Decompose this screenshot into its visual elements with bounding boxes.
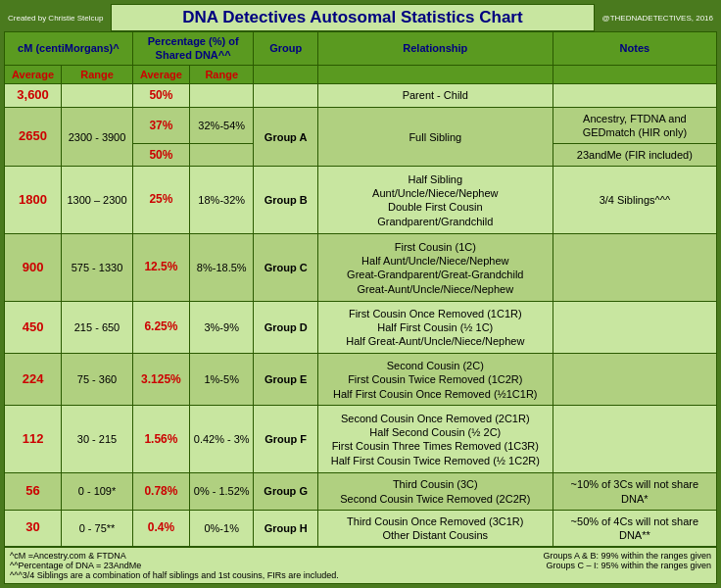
footer-line1: ^cM =Ancestry.com & FTDNA <box>10 551 360 561</box>
notes <box>553 406 716 473</box>
notes-extra: 23andMe (FIR included) <box>553 144 716 167</box>
subheader-notes-empty <box>553 65 716 83</box>
cm-avg: 1800 <box>5 167 62 234</box>
pct-range <box>190 83 254 107</box>
group: Group E <box>254 354 317 406</box>
pct-avg: 37% <box>132 108 189 144</box>
relationship: First Cousin Once Removed (1C1R)Half Fir… <box>317 302 553 354</box>
notes <box>553 302 716 354</box>
table-row: 1800 1300 – 2300 25% 18%-32% Group B Hal… <box>5 167 717 234</box>
cm-range: 2300 - 3900 <box>62 108 133 167</box>
cm-avg: 450 <box>5 302 62 354</box>
pct-range-extra <box>190 144 254 167</box>
cm-avg: 2650 <box>5 108 62 167</box>
pct-range: 0.42% - 3% <box>190 406 254 473</box>
group: Group A <box>254 108 317 167</box>
group: Group B <box>254 167 317 234</box>
cm-range: 215 - 650 <box>62 302 133 354</box>
header-row: cM (centiMorgans)^ Percentage (%) of Sha… <box>5 32 717 66</box>
relationship: Parent - Child <box>317 83 553 107</box>
pct-avg: 3.125% <box>132 354 189 406</box>
relationship: Second Cousin (2C)First Cousin Twice Rem… <box>317 354 553 406</box>
notes <box>553 234 716 302</box>
pct-range: 8%-18.5% <box>190 234 254 302</box>
pct-avg: 6.25% <box>132 302 189 354</box>
cm-range: 0 - 109* <box>62 473 133 510</box>
pct-avg: 12.5% <box>132 234 189 302</box>
title-row: Created by Christie Stelcup DNA Detectiv… <box>4 4 717 31</box>
credit-right: @THEDNADETECTIVES, 2016 <box>599 13 717 24</box>
notes: Ancestry, FTDNA and GEDmatch (HIR only) <box>553 108 716 144</box>
footer-line2: ^^Percentage of DNA = 23AndMe <box>10 561 360 570</box>
footer-left: ^cM =Ancestry.com & FTDNA ^^Percentage o… <box>10 551 360 580</box>
cm-range: 30 - 215 <box>62 406 133 473</box>
footer-line3: ^^^3/4 Siblings are a combination of hal… <box>10 570 360 580</box>
cm-avg: 900 <box>5 234 62 302</box>
cm-range: 575 - 1330 <box>62 234 133 302</box>
notes: ~50% of 4Cs will not share DNA** <box>553 510 716 546</box>
group: Group H <box>254 510 317 546</box>
group: Group C <box>254 234 317 302</box>
cm-avg: 3,600 <box>5 83 62 107</box>
pct-range: 1%-5% <box>190 354 254 406</box>
table-row: 56 0 - 109* 0.78% 0% - 1.52% Group G Thi… <box>5 473 717 510</box>
cm-range: 0 - 75** <box>62 510 133 546</box>
group <box>254 83 317 107</box>
table-row: 450 215 - 650 6.25% 3%-9% Group D First … <box>5 302 717 354</box>
relationship: Full Sibling <box>317 108 553 167</box>
subheader-avg2: Average <box>132 65 189 83</box>
relationship: Second Cousin Once Removed (2C1R)Half Se… <box>317 406 553 473</box>
group: Group F <box>254 406 317 473</box>
notes <box>553 354 716 406</box>
footer-right: Groups A & B: 99% within the ranges give… <box>360 551 711 580</box>
relationship: Third Cousin Once Removed (3C1R)Other Di… <box>317 510 553 546</box>
table-row: 900 575 - 1330 12.5% 8%-18.5% Group C Fi… <box>5 234 717 302</box>
table-row: 2650 2300 - 3900 37% 32%-54% Group A Ful… <box>5 108 717 144</box>
pct-range: 0% - 1.52% <box>190 473 254 510</box>
cm-range <box>62 83 133 107</box>
header-group: Group <box>254 32 317 66</box>
credit-left: Created by Christie Stelcup <box>4 13 107 24</box>
cm-avg: 56 <box>5 473 62 510</box>
header-notes: Notes <box>553 32 716 66</box>
pct-avg: 1.56% <box>132 406 189 473</box>
subheader-range2: Range <box>190 65 254 83</box>
pct-avg: 0.4% <box>132 510 189 546</box>
relationship: First Cousin (1C)Half Aunt/Uncle/Niece/N… <box>317 234 553 302</box>
group: Group G <box>254 473 317 510</box>
header-relationship: Relationship <box>317 32 553 66</box>
cm-range: 1300 – 2300 <box>62 167 133 234</box>
group: Group D <box>254 302 317 354</box>
notes <box>553 83 716 107</box>
cm-range: 75 - 360 <box>62 354 133 406</box>
subheader-avg: Average <box>5 65 62 83</box>
pct-avg: 0.78% <box>132 473 189 510</box>
footer-line5: Groups C – I: 95% within the ranges give… <box>360 561 711 570</box>
pct-range: 3%-9% <box>190 302 254 354</box>
cm-avg: 112 <box>5 406 62 473</box>
pct-avg-extra: 50% <box>132 144 189 167</box>
pct-range: 32%-54% <box>190 108 254 144</box>
cm-avg: 30 <box>5 510 62 546</box>
statistics-table: cM (centiMorgans)^ Percentage (%) of Sha… <box>4 31 717 547</box>
footer-inner: ^cM =Ancestry.com & FTDNA ^^Percentage o… <box>10 551 711 580</box>
pct-avg: 25% <box>132 167 189 234</box>
pct-range: 0%-1% <box>190 510 254 546</box>
relationship: Third Cousin (3C)Second Cousin Twice Rem… <box>317 473 553 510</box>
table-row: 224 75 - 360 3.125% 1%-5% Group E Second… <box>5 354 717 406</box>
page-wrapper: Created by Christie Stelcup DNA Detectiv… <box>0 0 721 588</box>
header-pct: Percentage (%) of Shared DNA^^ <box>132 32 254 66</box>
table-row: 112 30 - 215 1.56% 0.42% - 3% Group F Se… <box>5 406 717 473</box>
cm-avg: 224 <box>5 354 62 406</box>
header-cm: cM (centiMorgans)^ <box>5 32 133 66</box>
main-title: DNA Detectives Autosomal Statistics Char… <box>111 4 594 31</box>
notes: ~10% of 3Cs will not share DNA* <box>553 473 716 510</box>
footer: ^cM =Ancestry.com & FTDNA ^^Percentage o… <box>4 547 717 584</box>
notes: 3/4 Siblings^^^ <box>553 167 716 234</box>
relationship: Half SiblingAunt/Uncle/Niece/NephewDoubl… <box>317 167 553 234</box>
subheader-group-empty <box>254 65 317 83</box>
pct-range: 18%-32% <box>190 167 254 234</box>
table-row: 30 0 - 75** 0.4% 0%-1% Group H Third Cou… <box>5 510 717 546</box>
subheader-rel-empty <box>317 65 553 83</box>
table-row: 3,600 50% Parent - Child <box>5 83 717 107</box>
